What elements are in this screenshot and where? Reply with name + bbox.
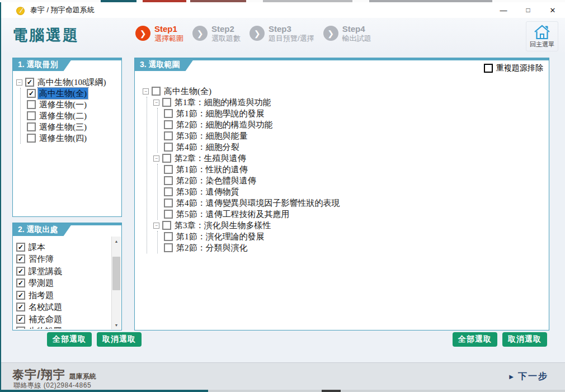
item-checkbox[interactable] xyxy=(164,109,173,118)
item-checkbox[interactable] xyxy=(164,120,173,129)
home-label: 回主選單 xyxy=(530,40,554,49)
tree-item-label[interactable]: 高中生物(108課綱) xyxy=(36,77,107,88)
item-checkbox[interactable] xyxy=(27,100,36,109)
item-checkbox[interactable] xyxy=(162,98,171,107)
item-checkbox[interactable] xyxy=(27,134,36,143)
scope-tree: −高中生物(全)−第1章：細胞的構造與功能第1節：細胞學說的發展第2節：細胞的構… xyxy=(135,71,549,253)
item-checkbox[interactable] xyxy=(164,131,173,140)
tree-item-label[interactable]: 第3節：細胞與能量 xyxy=(175,130,249,141)
item-checkbox[interactable] xyxy=(162,221,171,230)
home-button[interactable]: 回主選單 xyxy=(526,21,558,51)
collapse-toggle-icon[interactable]: − xyxy=(143,88,149,95)
brand-line: 泰宇/翔宇題庫系統 xyxy=(12,367,96,382)
tree-row: ✓課堂講義 xyxy=(16,265,110,277)
dedupe-checkbox[interactable] xyxy=(484,64,493,73)
step-text: Step4輸出試題 xyxy=(342,24,371,43)
tree-item-label[interactable]: 第1節：細胞學說的發展 xyxy=(175,108,266,119)
tree-item-label[interactable]: 指考題 xyxy=(27,290,55,301)
tree-item-label[interactable]: 第1節：性狀的遺傳 xyxy=(175,164,249,175)
step-arrow-icon: ❯ xyxy=(249,26,265,41)
tree-row: ✓學測題 xyxy=(16,277,110,290)
tree-item-label[interactable]: 第3節：遺傳物質 xyxy=(175,186,241,197)
item-checkbox[interactable] xyxy=(27,111,36,120)
step-step3[interactable]: ❯Step3題目預覽/選擇 xyxy=(249,24,314,43)
tree-item-label[interactable]: 學測題 xyxy=(27,277,55,289)
collapse-toggle-icon[interactable]: − xyxy=(153,223,159,229)
tree-item-label[interactable]: 第1章：細胞的構造與功能 xyxy=(173,97,272,108)
select-all-sources-button[interactable]: 全部選取 xyxy=(47,332,92,347)
next-label: 下一步 xyxy=(518,371,548,382)
scroll-up-arrow[interactable]: ▲ xyxy=(112,237,121,245)
minimize-button[interactable]: — xyxy=(491,2,516,18)
tree-item-label[interactable]: 選修生物(三) xyxy=(38,121,88,133)
deselect-all-sources-button[interactable]: 取消選取 xyxy=(97,332,142,347)
tree-item-label[interactable]: 生物說圖 xyxy=(27,325,63,329)
item-checkbox[interactable]: ✓ xyxy=(16,291,25,300)
panel3-title: 3. 選取範圍 xyxy=(135,58,195,71)
item-checkbox[interactable] xyxy=(164,199,173,207)
collapse-toggle-icon[interactable]: − xyxy=(153,100,159,106)
item-checkbox[interactable]: ✓ xyxy=(27,89,36,98)
tree-item-label[interactable]: 第2章：生殖與遺傳 xyxy=(173,153,247,164)
item-checkbox[interactable] xyxy=(164,176,173,185)
tree-item-label[interactable]: 高中生物(全) xyxy=(163,86,213,97)
tree-item-label[interactable]: 名校試題 xyxy=(27,301,63,313)
maximize-button[interactable]: □ xyxy=(516,2,540,18)
close-button[interactable]: ✕ xyxy=(540,2,565,18)
item-checkbox[interactable]: ✓ xyxy=(16,303,25,311)
step-step2[interactable]: ❯Step2選取題數 xyxy=(192,24,241,43)
item-checkbox[interactable] xyxy=(164,165,173,174)
tree-item-label[interactable]: 第2節：分類與演化 xyxy=(175,242,249,253)
tree-item-label[interactable]: 第3章：演化與生物多樣性 xyxy=(173,220,272,231)
item-checkbox[interactable]: ✓ xyxy=(25,78,34,87)
item-checkbox[interactable] xyxy=(162,154,171,163)
step-label: 選取題數 xyxy=(211,34,241,43)
tree-item-label[interactable]: 高中生物(全) xyxy=(38,88,88,99)
item-checkbox[interactable] xyxy=(152,87,161,96)
deselect-all-scope-button[interactable]: 取消選取 xyxy=(502,332,547,347)
collapse-toggle-icon[interactable]: − xyxy=(153,155,159,162)
tree-item-label[interactable]: 第4節：遺傳變異與環境因子影響性狀的表現 xyxy=(175,197,341,209)
tree-item-label[interactable]: 選修生物(一) xyxy=(38,99,88,110)
item-checkbox[interactable] xyxy=(164,143,173,152)
tree-item-label[interactable]: 第2節：染色體與遺傳 xyxy=(175,175,257,186)
tree-row: ✓生物說圖 xyxy=(16,325,110,329)
item-checkbox[interactable] xyxy=(164,232,173,241)
scroll-down-arrow[interactable]: ▼ xyxy=(112,320,121,329)
step-step4[interactable]: ❯Step4輸出試題 xyxy=(323,24,371,43)
step-label: 輸出試題 xyxy=(342,34,371,43)
step-step1[interactable]: ❯Step1選擇範圍 xyxy=(135,24,183,43)
tree-row: 第1節：性狀的遺傳 xyxy=(164,164,547,175)
tree-row: ✓指考題 xyxy=(16,289,110,301)
item-checkbox[interactable] xyxy=(164,210,173,219)
item-checkbox[interactable]: ✓ xyxy=(16,243,25,252)
tree-row: 第5節：遺傳工程技術及其應用 xyxy=(164,209,547,220)
item-checkbox[interactable]: ✓ xyxy=(16,315,25,324)
tree-item-label[interactable]: 課本 xyxy=(27,242,46,253)
tree-item-label[interactable]: 習作簿 xyxy=(27,253,55,265)
background-window-sliver-bottom xyxy=(0,390,565,392)
item-checkbox[interactable]: ✓ xyxy=(16,278,25,287)
tree-item-label[interactable]: 第5節：遺傳工程技術及其應用 xyxy=(175,209,291,220)
tree-row: 第3節：細胞與能量 xyxy=(164,130,547,141)
select-all-scope-button[interactable]: 全部選取 xyxy=(453,332,497,347)
scroll-thumb[interactable] xyxy=(112,257,120,290)
tree-item-label[interactable]: 選修生物(二) xyxy=(38,110,88,121)
item-checkbox[interactable]: ✓ xyxy=(16,254,25,263)
item-checkbox[interactable]: ✓ xyxy=(16,267,25,276)
tree-item-label[interactable]: 第2節：細胞的構造與功能 xyxy=(175,119,274,130)
scrollbar[interactable]: ▲ ▼ xyxy=(111,237,121,329)
tree-item-label[interactable]: 第1節：演化理論的發展 xyxy=(175,231,266,242)
item-checkbox[interactable]: ✓ xyxy=(16,327,25,329)
tree-item-label[interactable]: 補充命題 xyxy=(27,314,63,325)
tree-item-label[interactable]: 選修生物(四) xyxy=(38,133,88,144)
collapse-toggle-icon[interactable]: − xyxy=(16,79,22,86)
tree-item-label[interactable]: 第4節：細胞分裂 xyxy=(175,141,241,153)
scope-tree-children: 第1節：演化理論的發展第2節：分類與演化 xyxy=(157,231,547,253)
item-checkbox[interactable] xyxy=(164,187,173,196)
item-checkbox[interactable] xyxy=(27,122,36,131)
tree-item-label[interactable]: 課堂講義 xyxy=(27,266,63,277)
item-checkbox[interactable] xyxy=(164,243,173,252)
next-step-button[interactable]: ▶ 下一步 xyxy=(509,371,548,382)
step-text: Step1選擇範圍 xyxy=(154,24,183,43)
